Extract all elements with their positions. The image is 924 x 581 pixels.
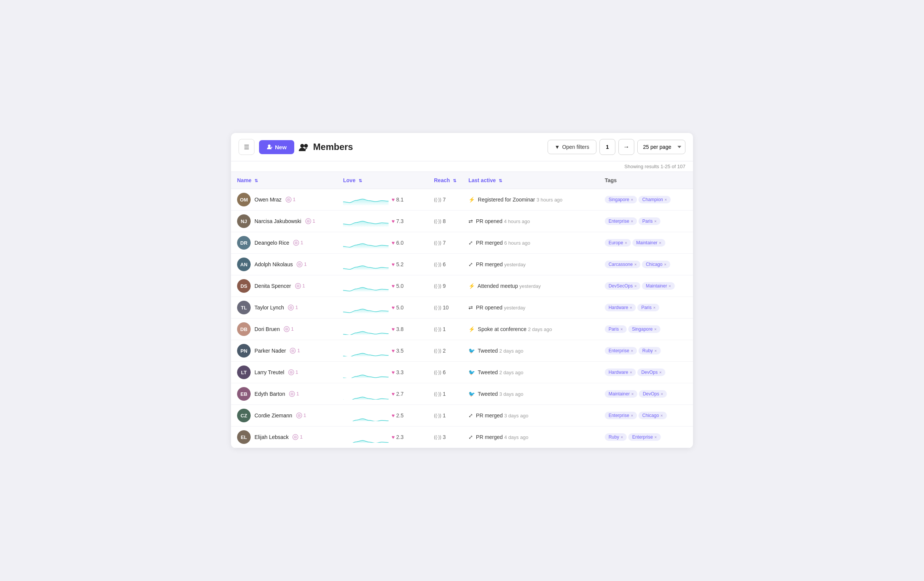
- tag[interactable]: Maintainer ×: [605, 390, 637, 398]
- open-filters-button[interactable]: ▼ Open filters: [548, 140, 596, 154]
- tag-remove-icon[interactable]: ×: [631, 413, 633, 418]
- tag-remove-icon[interactable]: ×: [660, 413, 663, 418]
- tag[interactable]: Chicago ×: [639, 412, 667, 419]
- tag[interactable]: Ruby ×: [639, 347, 660, 355]
- tag-remove-icon[interactable]: ×: [654, 435, 657, 439]
- tag-remove-icon[interactable]: ×: [659, 241, 661, 245]
- tag-remove-icon[interactable]: ×: [631, 348, 633, 353]
- header-tags: Tags: [599, 172, 693, 189]
- per-page-select[interactable]: 25 per page 50 per page 100 per page: [637, 140, 685, 154]
- tag[interactable]: Hardware ×: [605, 368, 636, 376]
- tag-remove-icon[interactable]: ×: [654, 327, 656, 332]
- tag-remove-icon[interactable]: ×: [668, 284, 671, 288]
- header-reach[interactable]: Reach ⇅: [428, 172, 462, 189]
- reach-cell: ((·)) 8: [428, 211, 462, 232]
- reach-cell: ((·)) 6: [428, 254, 462, 276]
- svg-point-54: [292, 393, 292, 394]
- tag[interactable]: Enterprise ×: [605, 218, 637, 225]
- header-last-active[interactable]: Last active ⇅: [462, 172, 599, 189]
- name-cell: EL Elijah Lebsack 1: [231, 426, 337, 448]
- tag-remove-icon[interactable]: ×: [630, 305, 632, 310]
- tag-remove-icon[interactable]: ×: [654, 348, 657, 353]
- tag-remove-icon[interactable]: ×: [665, 197, 667, 202]
- tag-remove-icon[interactable]: ×: [620, 327, 622, 332]
- table-row[interactable]: LT Larry Treutel 1: [231, 362, 693, 383]
- reach-value: 2: [443, 348, 446, 354]
- love-score: ♥ 5.0: [391, 305, 404, 310]
- heart-icon: ♥: [391, 218, 394, 224]
- table-row[interactable]: OM Owen Mraz 1: [231, 189, 693, 211]
- avatar: DS: [237, 279, 251, 293]
- table-row[interactable]: NJ Narcisa Jakubowski 1: [231, 211, 693, 232]
- tag-remove-icon[interactable]: ×: [631, 197, 633, 202]
- tag-remove-icon[interactable]: ×: [634, 262, 637, 267]
- tag[interactable]: Carcassone ×: [605, 261, 640, 268]
- activity-time: 3 hours ago: [536, 197, 563, 203]
- sparkline: [343, 410, 389, 421]
- tag-remove-icon[interactable]: ×: [654, 219, 656, 223]
- filter-icon: ▼: [555, 144, 560, 150]
- tag-remove-icon[interactable]: ×: [631, 392, 634, 396]
- activity-cell: ⇄ PR opened yesterday: [462, 297, 599, 319]
- tag[interactable]: Maintainer ×: [642, 282, 675, 290]
- page-number-input[interactable]: [599, 139, 615, 155]
- table-row[interactable]: DB Dori Bruen 1: [231, 319, 693, 340]
- tag[interactable]: Paris ×: [637, 304, 659, 311]
- tag[interactable]: Paris ×: [605, 325, 627, 333]
- love-score: ♥ 2.7: [391, 391, 404, 397]
- member-name: Owen Mraz: [254, 196, 282, 203]
- love-cell: ♥ 3.3: [337, 362, 428, 383]
- tag[interactable]: Maintainer ×: [632, 239, 665, 247]
- person-plus-icon: [267, 144, 273, 150]
- table-row[interactable]: TL Taylor Lynch 1: [231, 297, 693, 319]
- table-row[interactable]: EL Elijah Lebsack 1: [231, 426, 693, 448]
- new-button[interactable]: New: [259, 140, 294, 154]
- svg-point-44: [292, 350, 293, 351]
- tag[interactable]: Enterprise ×: [605, 412, 637, 419]
- svg-point-4: [304, 144, 308, 148]
- tag[interactable]: Champion ×: [639, 196, 671, 203]
- love-score: ♥ 7.3: [391, 218, 404, 224]
- tag[interactable]: DevOps ×: [639, 390, 667, 398]
- tag[interactable]: Enterprise ×: [628, 433, 660, 441]
- next-icon: →: [623, 144, 629, 150]
- header-name[interactable]: Name ⇅: [231, 172, 337, 189]
- tag-remove-icon[interactable]: ×: [659, 370, 662, 375]
- tag[interactable]: Singapore ×: [605, 196, 637, 203]
- tag-remove-icon[interactable]: ×: [653, 305, 655, 310]
- avatar: PN: [237, 344, 251, 358]
- reach-icon: ((·)): [434, 305, 441, 310]
- tag[interactable]: Paris ×: [639, 218, 660, 225]
- tag-remove-icon[interactable]: ×: [634, 284, 637, 288]
- table-row[interactable]: CZ Cordie Ziemann 1: [231, 405, 693, 426]
- tag[interactable]: Singapore ×: [628, 325, 660, 333]
- tag[interactable]: Ruby ×: [605, 433, 627, 441]
- activity-icon: ⤢: [469, 261, 473, 267]
- orbit-level: 1: [305, 218, 315, 224]
- header-love[interactable]: Love ⇅: [337, 172, 428, 189]
- next-page-button[interactable]: →: [619, 139, 634, 155]
- activity-cell: 🐦 Tweeted 3 days ago: [462, 383, 599, 405]
- love-cell: ♥ 3.8: [337, 319, 428, 340]
- tag[interactable]: DevOps ×: [637, 368, 665, 376]
- sparkline: [343, 259, 389, 270]
- table-row[interactable]: PN Parker Nader 1: [231, 340, 693, 362]
- table-row[interactable]: DR Deangelo Rice 1: [231, 232, 693, 254]
- tag-remove-icon[interactable]: ×: [664, 262, 666, 267]
- table-row[interactable]: DS Denita Spencer 1: [231, 276, 693, 297]
- tag[interactable]: Europe ×: [605, 239, 631, 247]
- tag-remove-icon[interactable]: ×: [661, 392, 663, 396]
- table-row[interactable]: EB Edyth Barton 1: [231, 383, 693, 405]
- tag-remove-icon[interactable]: ×: [630, 370, 632, 375]
- tag[interactable]: Enterprise ×: [605, 347, 637, 355]
- tag-remove-icon[interactable]: ×: [625, 241, 627, 245]
- tag[interactable]: Chicago ×: [642, 261, 670, 268]
- tag[interactable]: DevSecOps ×: [605, 282, 640, 290]
- table-row[interactable]: AN Adolph Nikolaus 1: [231, 254, 693, 276]
- menu-button[interactable]: ☰: [239, 139, 254, 155]
- tag[interactable]: Hardware ×: [605, 304, 636, 311]
- reach-cell: ((·)) 1: [428, 383, 462, 405]
- activity-cell: ⚡ Registered for Zoominar 3 hours ago: [462, 189, 599, 211]
- tag-remove-icon[interactable]: ×: [621, 435, 623, 439]
- tag-remove-icon[interactable]: ×: [631, 219, 633, 223]
